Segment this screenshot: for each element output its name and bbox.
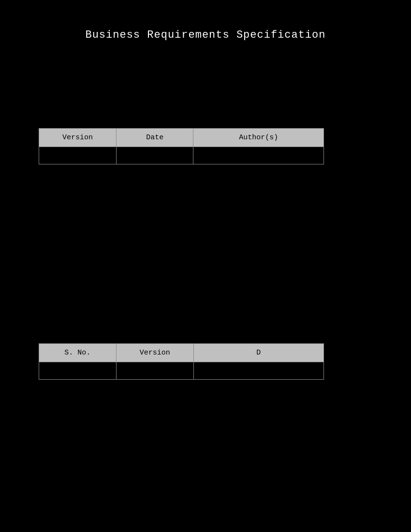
history-col-d: D (193, 344, 323, 362)
page-title: Business Requirements Specification (39, 29, 372, 41)
history-table-header-row: S. No. Version D (39, 344, 324, 362)
revision-empty-date (116, 147, 193, 164)
revision-table-header-row: Version Date Author(s) (39, 129, 324, 147)
history-empty-row (39, 362, 324, 380)
history-table: S. No. Version D (39, 343, 324, 380)
history-empty-version (116, 362, 193, 380)
history-empty-sno (39, 362, 117, 380)
history-empty-d (193, 362, 323, 380)
revision-table: Version Date Author(s) (39, 128, 324, 164)
revision-empty-version (39, 147, 117, 164)
revision-table-section: Version Date Author(s) (39, 128, 372, 164)
revision-empty-authors (193, 147, 324, 164)
history-col-sno: S. No. (39, 344, 117, 362)
revision-empty-row (39, 147, 324, 164)
revision-col-authors: Author(s) (193, 129, 324, 147)
revision-col-date: Date (116, 129, 193, 147)
history-col-version: Version (116, 344, 193, 362)
history-table-section: S. No. Version D (39, 343, 372, 380)
page-container: Business Requirements Specification Vers… (0, 0, 411, 532)
revision-col-version: Version (39, 129, 117, 147)
